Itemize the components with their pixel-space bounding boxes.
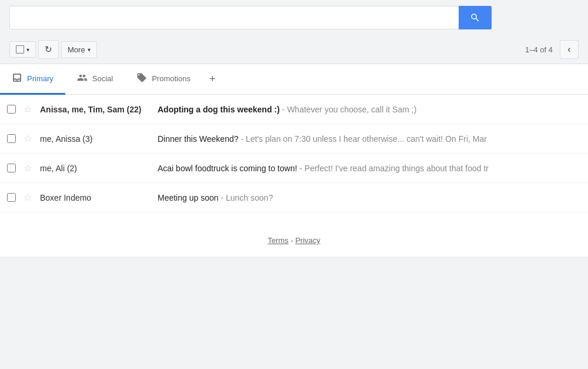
select-button[interactable]: ▾ <box>9 41 36 58</box>
search-wrapper <box>9 6 492 29</box>
tag-icon <box>136 72 147 85</box>
search-button[interactable] <box>459 6 492 29</box>
checkbox-col <box>7 164 24 172</box>
star-col: ☆ <box>24 104 40 115</box>
tab-promotions-label: Promotions <box>152 74 191 83</box>
plus-icon: + <box>209 73 216 85</box>
refresh-icon: ↻ <box>45 44 52 55</box>
refresh-button[interactable]: ↻ <box>38 40 59 59</box>
subject: Acai bowl foodtruck is coming to town! <box>158 164 297 173</box>
checkbox-icon <box>16 45 24 54</box>
prev-page-button[interactable]: ‹ <box>560 40 579 59</box>
star-icon[interactable]: ☆ <box>24 104 32 115</box>
email-row[interactable]: ☆ me, Ali (2) Acai bowl foodtruck is com… <box>0 154 588 183</box>
tab-social-label: Social <box>92 74 113 83</box>
star-col: ☆ <box>24 192 40 203</box>
star-icon[interactable]: ☆ <box>24 133 32 144</box>
tab-primary-label: Primary <box>27 74 54 83</box>
sender: Boxer Indemo <box>40 193 158 202</box>
subject: Adopting a dog this weekend :) <box>158 105 280 114</box>
pagination-info: 1–4 of 4 <box>525 45 553 54</box>
checkbox-col <box>7 105 24 114</box>
toolbar: ▾ ↻ More ▾ 1–4 of 4 ‹ <box>0 35 588 64</box>
email-checkbox[interactable] <box>7 164 16 172</box>
email-list: ☆ Anissa, me, Tim, Sam (22) Adopting a d… <box>0 95 588 212</box>
more-button[interactable]: More ▾ <box>61 41 97 58</box>
tab-social[interactable]: Social <box>65 64 125 95</box>
search-input[interactable] <box>9 6 459 29</box>
email-content: Acai bowl foodtruck is coming to town! -… <box>158 164 581 173</box>
sender: me, Ali (2) <box>40 164 158 173</box>
checkbox-col <box>7 134 24 143</box>
people-icon <box>77 72 88 85</box>
main-content: Primary Social Promotions + ☆ <box>0 64 588 257</box>
preview: - Whatever you choose, call it Sam ;) <box>282 105 417 114</box>
tab-promotions[interactable]: Promotions <box>125 64 202 95</box>
email-row[interactable]: ☆ Boxer Indemo Meeting up soon - Lunch s… <box>0 183 588 212</box>
privacy-link[interactable]: Privacy <box>295 236 320 245</box>
email-content: Adopting a dog this weekend :) - Whateve… <box>158 105 581 114</box>
footer: Terms - Privacy <box>0 212 588 257</box>
email-checkbox[interactable] <box>7 134 16 143</box>
email-row[interactable]: ☆ Anissa, me, Tim, Sam (22) Adopting a d… <box>0 95 588 124</box>
add-tab-button[interactable]: + <box>202 64 223 94</box>
email-row[interactable]: ☆ me, Anissa (3) Dinner this Weekend? - … <box>0 124 588 154</box>
chevron-left-icon: ‹ <box>567 44 570 55</box>
star-icon[interactable]: ☆ <box>24 192 32 203</box>
inbox-icon <box>12 72 22 85</box>
sender: me, Anissa (3) <box>40 134 158 144</box>
subject: Dinner this Weekend? <box>158 134 238 144</box>
top-bar <box>0 0 588 35</box>
star-icon[interactable]: ☆ <box>24 162 32 174</box>
email-checkbox[interactable] <box>7 105 16 114</box>
star-col: ☆ <box>24 162 40 174</box>
preview: - Perfect! I've read amazing things abou… <box>299 164 489 173</box>
subject: Meeting up soon <box>158 193 219 202</box>
preview: - Lunch soon? <box>220 193 273 202</box>
tab-primary[interactable]: Primary <box>0 64 65 95</box>
star-col: ☆ <box>24 133 40 144</box>
more-dropdown-icon: ▾ <box>88 46 91 53</box>
checkbox-col <box>7 193 24 202</box>
email-content: Dinner this Weekend? - Let's plan on 7:3… <box>158 134 581 144</box>
terms-link[interactable]: Terms <box>268 236 288 245</box>
email-content: Meeting up soon - Lunch soon? <box>158 193 581 202</box>
select-dropdown-icon: ▾ <box>26 46 29 53</box>
footer-separator: - <box>290 236 295 245</box>
tab-bar: Primary Social Promotions + <box>0 64 588 95</box>
preview: - Let's plan on 7:30 unless I hear other… <box>240 134 487 144</box>
sender: Anissa, me, Tim, Sam (22) <box>40 105 158 114</box>
email-checkbox[interactable] <box>7 193 16 202</box>
search-icon <box>470 12 480 23</box>
more-label: More <box>68 45 85 54</box>
